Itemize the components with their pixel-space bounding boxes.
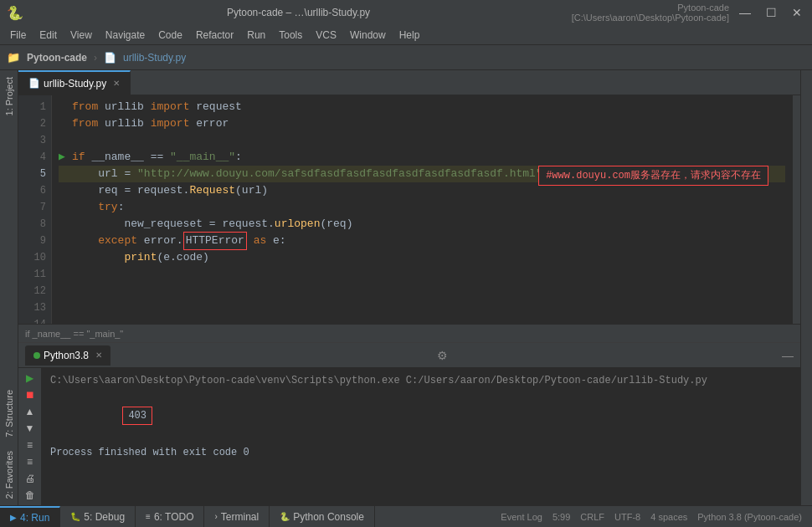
run-tab-close[interactable]: ✕ — [95, 350, 102, 360]
menu-refactor[interactable]: Refactor — [189, 28, 240, 43]
run-list-button[interactable]: ≡ — [21, 438, 39, 452]
bottom-tab-todo[interactable]: ≡ 6: TODO — [136, 506, 204, 528]
bottom-tab-python-label: Python Console — [293, 511, 364, 523]
terminal-tab-icon: › — [214, 512, 217, 521]
bottom-tab-python-console[interactable]: 🐍 Python Console — [270, 506, 375, 528]
bottom-bar: ▶ 4: Run 🐛 5: Debug ≡ 6: TODO › Terminal… — [0, 505, 812, 527]
code-line-4: ▶ if __name__ == "__main__": — [59, 149, 785, 166]
code-line-9: except error.HTTPError as e: — [59, 233, 785, 249]
menu-navigate[interactable]: Navigate — [99, 28, 152, 43]
run-content: ▶ ⏹ ▲ ▼ ≡ ≡ 🖨 🗑 C:\Users\aaron\Desktop\P… — [18, 368, 800, 505]
run-tab-label: Python3.8 — [44, 350, 89, 361]
side-panel-structure[interactable]: 7: Structure — [0, 383, 18, 444]
code-line-5: url = "http://www.douyu.com/safsdfasdfas… — [59, 166, 785, 182]
bottom-tab-terminal[interactable]: › Terminal — [204, 506, 270, 528]
menu-bar: File Edit View Navigate Code Refactor Ru… — [0, 25, 812, 45]
bottom-tabs: ▶ 4: Run 🐛 5: Debug ≡ 6: TODO › Terminal… — [0, 506, 491, 528]
code-line-1: from urllib import request — [59, 99, 785, 115]
side-panel-project[interactable]: 1: Project — [0, 70, 18, 122]
run-minimize-button[interactable]: — — [782, 349, 794, 362]
menu-help[interactable]: Help — [393, 28, 427, 43]
close-button[interactable]: ✕ — [789, 6, 805, 19]
output-status-code: 403 — [122, 407, 152, 425]
bottom-tab-debug[interactable]: 🐛 5: Debug — [60, 506, 136, 528]
line-num-7: 7 — [23, 199, 46, 216]
code-line-14 — [59, 316, 785, 324]
breadcrumb-text: if _name__ == "_main_" — [25, 329, 123, 339]
code-content[interactable]: from urllib import request from urllib i… — [52, 95, 792, 324]
run-list2-button[interactable]: ≡ — [21, 455, 39, 468]
bottom-tab-debug-label: 5: Debug — [84, 511, 125, 523]
menu-tools[interactable]: Tools — [272, 28, 309, 43]
content-area: 📄 urllib-Study.py ✕ 1 2 3 4 5 6 7 8 9 1 — [18, 70, 800, 505]
status-indent[interactable]: 4 spaces — [650, 512, 687, 522]
code-line-12 — [59, 283, 785, 299]
run-settings-button[interactable]: ⚙ — [437, 349, 448, 362]
menu-window[interactable]: Window — [343, 28, 393, 43]
line-num-2: 2 — [23, 115, 46, 132]
bottom-tab-run[interactable]: ▶ 4: Run — [0, 506, 60, 528]
menu-run[interactable]: Run — [240, 28, 272, 43]
run-icon-4[interactable]: ▶ — [59, 149, 72, 166]
minimize-button[interactable]: — — [736, 6, 754, 19]
editor-tab-bar: 📄 urllib-Study.py ✕ — [18, 70, 800, 95]
debug-tab-icon: 🐛 — [70, 512, 80, 521]
status-crlf[interactable]: CRLF — [580, 512, 604, 522]
bottom-tab-terminal-label: Terminal — [221, 511, 259, 523]
code-line-6: req = request.Request(url) — [59, 182, 785, 199]
menu-file[interactable]: File — [3, 28, 33, 43]
title-bar-left: 🐍 — [7, 5, 28, 21]
title-bar: 🐍 Pytoon-cade – …\urllib-Study.py Pytoon… — [0, 0, 812, 25]
bottom-status: Event Log 5:99 CRLF UTF-8 4 spaces Pytho… — [491, 512, 812, 522]
editor-tab-file[interactable]: 📄 urllib-Study.py ✕ — [18, 70, 131, 95]
bottom-tab-run-label: 4: Run — [20, 512, 49, 524]
editor-area: 📄 urllib-Study.py ✕ 1 2 3 4 5 6 7 8 9 1 — [18, 70, 800, 342]
menu-code[interactable]: Code — [152, 28, 189, 43]
line-num-12: 12 — [23, 283, 46, 299]
code-editor[interactable]: 1 2 3 4 5 6 7 8 9 10 11 12 13 14 — [18, 95, 800, 324]
tab-close-button[interactable]: ✕ — [113, 79, 120, 88]
run-tab-python38[interactable]: Python3.8 ✕ — [25, 345, 110, 366]
menu-vcs[interactable]: VCS — [309, 28, 343, 43]
nav-file[interactable]: urllib-Study.py — [123, 52, 186, 64]
menu-view[interactable]: View — [64, 28, 99, 43]
main-area: 1: Project 7: Structure 2: Favorites 📄 u… — [0, 70, 812, 505]
line-numbers: 1 2 3 4 5 6 7 8 9 10 11 12 13 14 — [18, 95, 52, 324]
run-print-button[interactable]: 🖨 — [21, 472, 39, 485]
event-log-button[interactable]: Event Log — [501, 512, 542, 522]
run-down-button[interactable]: ▼ — [21, 422, 39, 435]
side-panel-favorites[interactable]: 2: Favorites — [0, 444, 18, 505]
run-stop-button[interactable]: ⏹ — [21, 388, 39, 402]
editor-scrollbar[interactable] — [792, 95, 800, 324]
run-tab-icon: ▶ — [10, 513, 17, 522]
line-num-8: 8 — [23, 216, 46, 233]
menu-edit[interactable]: Edit — [33, 28, 64, 43]
nav-project-icon: 📁 — [7, 51, 20, 64]
run-toolbar: ▶ ⏹ ▲ ▼ ≡ ≡ 🖨 🗑 — [18, 368, 42, 505]
maximize-button[interactable]: ☐ — [763, 6, 780, 19]
run-up-button[interactable]: ▲ — [21, 405, 39, 418]
output-command: C:\Users\aaron\Desktop\Pytoon-cade\venv\… — [50, 373, 792, 388]
run-trash-button[interactable]: 🗑 — [21, 489, 39, 502]
title-bar-title: Pytoon-cade – …\urllib-Study.py — [28, 7, 568, 18]
line-num-3: 3 — [23, 132, 46, 149]
status-encoding[interactable]: UTF-8 — [614, 512, 640, 522]
code-line-10: print(e.code) — [59, 249, 785, 266]
output-code-line: 403 — [50, 391, 792, 440]
tab-file-label: urllib-Study.py — [44, 78, 106, 90]
code-line-3 — [59, 132, 785, 149]
code-line-8: new_requeset = request.urlopen(req) — [59, 216, 785, 233]
python-console-tab-icon: 🐍 — [280, 512, 290, 521]
line-num-1: 1 — [23, 99, 46, 115]
line-num-4: 4 — [23, 149, 46, 166]
code-line-11 — [59, 266, 785, 283]
side-panel-left: 1: Project 7: Structure 2: Favorites — [0, 70, 18, 505]
code-line-7: try: — [59, 199, 785, 216]
nav-bar: 📁 Pytoon-cade › 📄 urllib-Study.py — [0, 45, 812, 70]
line-num-6: 6 — [23, 182, 46, 199]
run-play-button[interactable]: ▶ — [21, 371, 39, 385]
status-line-col[interactable]: 5:99 — [552, 512, 570, 522]
code-line-13 — [59, 299, 785, 316]
status-python[interactable]: Python 3.8 (Pytoon-cade) — [697, 512, 802, 522]
nav-project[interactable]: Pytoon-cade — [27, 52, 87, 64]
